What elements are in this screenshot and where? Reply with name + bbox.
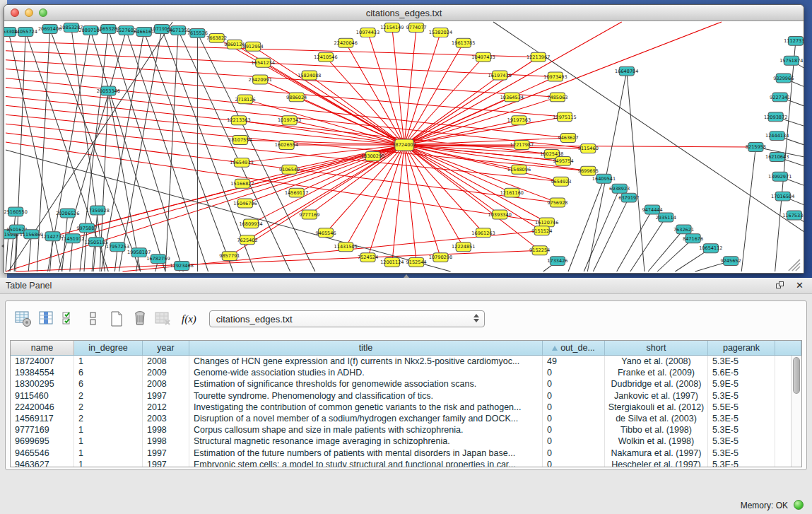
cell-pagerank[interactable]: 5.6E-5 [708,367,775,378]
edge-red[interactable] [6,69,565,117]
graph-node[interactable]: 2935114 [656,213,676,222]
cell-year[interactable]: 1998 [143,436,189,447]
cell-in-degree[interactable]: 1 [74,436,143,447]
graph-node[interactable]: 9975887 [76,223,97,233]
cell-pagerank[interactable]: 5.3E-5 [708,424,775,436]
edge-red[interactable] [404,145,558,203]
table-row[interactable]: 1830029562008Estimation of significance … [11,378,801,390]
cell-name[interactable]: 9777169 [11,424,74,436]
cell-title[interactable]: Estimation of the future numbers of pati… [189,448,543,459]
cell-in-degree[interactable]: 2 [74,390,143,402]
cell-in-degree[interactable]: 1 [74,356,143,367]
graph-node[interactable]: 15751874 [779,56,803,65]
edge-black[interactable] [648,229,683,271]
table-row[interactable]: 2242004622012Investigating the contribut… [11,402,801,413]
column-header-name[interactable]: name [11,341,74,355]
column-header-title[interactable]: title [189,341,543,355]
edge-black[interactable] [627,71,645,271]
function-builder-button[interactable]: f(x) [182,313,196,325]
graph-node[interactable]: 15046796 [233,199,257,208]
graph-node[interactable]: 11451912 [61,234,84,243]
cell-year[interactable]: 1997 [143,448,189,459]
edge-black[interactable] [657,238,693,271]
cell-out-de-[interactable]: 0 [543,436,605,447]
graph-node[interactable]: 8912954 [243,42,264,51]
edge-red[interactable] [239,120,404,145]
select-columns-button[interactable] [59,308,81,329]
cell-short[interactable]: Tibbo et al. (1998) [605,424,708,436]
cell-out-de-[interactable]: 0 [543,448,605,459]
graph-node[interactable]: 9777169 [299,210,319,219]
graph-node[interactable]: 9495754 [553,156,573,165]
edge-black[interactable] [617,210,652,272]
graph-node[interactable]: 11127331 [784,36,804,45]
graph-node[interactable]: 18107554 [228,136,252,145]
cell-short[interactable]: de Silva et al. (2003) [605,413,708,424]
edge-black[interactable] [630,217,666,271]
graph-node[interactable]: 7485063 [547,93,567,102]
graph-node[interactable]: 7625402 [237,235,257,245]
column-header-year[interactable]: year [143,341,189,355]
edge-black[interactable] [178,30,290,271]
graph-node[interactable]: 11431505 [334,243,358,252]
cell-in-degree[interactable]: 1 [74,459,143,467]
delete-column-button[interactable] [129,308,151,329]
memory-ok-icon[interactable] [794,500,804,510]
cell-short[interactable]: Stergiakouli et al. (2012) [605,402,708,413]
graph-node[interactable]: 12213363 [227,116,250,125]
cell-out-de-[interactable]: 49 [543,356,605,367]
cell-year[interactable]: 1997 [143,390,189,402]
graph-node[interactable]: 10790298 [429,253,452,262]
table-row[interactable]: 1938455462009Genome-wide association stu… [11,367,801,378]
float-panel-icon[interactable] [776,281,785,290]
graph-node[interactable]: 9151524 [531,226,552,235]
graph-node[interactable]: 20206526 [56,209,79,218]
cell-short[interactable]: Wolkin et al. (1998) [605,436,708,447]
graph-node[interactable]: 9329966 [773,74,794,83]
cell-short[interactable]: Nakamura et al. (1997) [605,448,708,459]
graph-node[interactable]: 7615526 [187,28,208,37]
graph-node[interactable]: 17957253 [106,243,129,252]
graph-node[interactable]: 11156869 [20,230,43,239]
table-row[interactable]: 977716911998Corpus callosum shape and si… [11,424,801,436]
cell-pagerank[interactable]: 5.3E-5 [708,390,775,402]
cell-name[interactable]: 9465546 [11,448,74,459]
edge-red[interactable] [404,22,622,145]
graph-node[interactable]: 9654923 [551,177,571,186]
column-header-short[interactable]: short [605,341,708,355]
cell-title[interactable]: Estimation of significance thresholds fo… [189,378,543,390]
edge-black[interactable] [70,238,73,271]
edge-black[interactable] [50,236,53,271]
table-row[interactable]: 1872400712008Changes of HCN gene express… [11,356,801,367]
graph-node[interactable]: 15824088 [298,71,321,80]
cell-year[interactable]: 2003 [143,413,189,424]
graph-node[interactable]: 16782759 [146,255,170,264]
table-row[interactable]: 1456911722003Disruption of a novel membe… [11,413,801,424]
cell-pagerank[interactable]: 5.3E-5 [708,413,775,424]
cell-name[interactable]: 18300295 [11,378,74,390]
graph-node[interactable]: 23420991 [249,75,272,84]
graph-node[interactable]: 9463627 [558,134,578,143]
show-columns-button[interactable] [36,308,57,329]
graph-node[interactable]: 12001124 [380,258,404,267]
edge-black[interactable] [162,29,254,271]
graph-node[interactable]: 9860124 [224,40,245,49]
graph-node[interactable]: 10973493 [543,72,567,81]
graph-node[interactable]: 16197439 [488,71,512,80]
graph-node[interactable]: 9106549 [279,165,300,174]
cell-pagerank[interactable]: 5.3E-5 [708,459,775,467]
graph-node[interactable]: 16210643 [765,152,789,161]
graph-node[interactable]: 12975115 [553,112,576,122]
cell-year[interactable]: 2009 [143,367,189,378]
cell-year[interactable]: 1997 [143,459,189,467]
edge-black[interactable] [197,33,314,271]
splitter-handle-icon[interactable] [404,274,409,278]
cell-title[interactable]: Tourette syndrome. Phenomenology and cla… [189,390,543,402]
graph-node[interactable]: 9699695 [578,166,599,175]
column-header-in-degree[interactable]: in_degree [74,341,143,355]
graph-node[interactable]: 2718126 [235,95,255,104]
graph-node[interactable]: 6379197 [618,193,639,202]
cell-in-degree[interactable]: 2 [74,402,143,413]
cell-pagerank[interactable]: 5.3E-5 [708,448,775,459]
cell-pagerank[interactable]: 5.3E-5 [708,356,775,367]
